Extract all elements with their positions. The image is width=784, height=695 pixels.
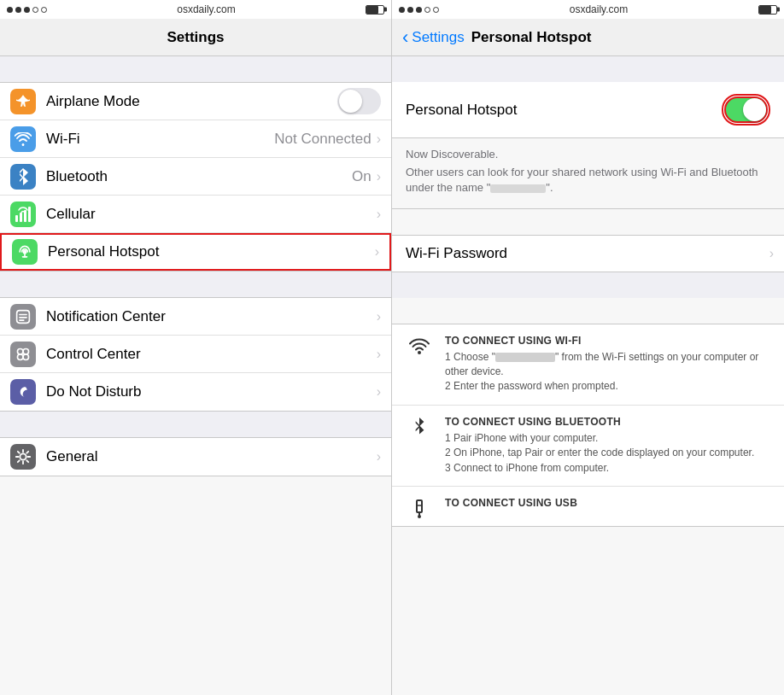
notification-label: Notification Center (46, 308, 377, 325)
r-dot2 (407, 7, 413, 13)
general-icon-bg (10, 444, 36, 470)
settings-group-general: General › (0, 437, 391, 476)
bluetooth-icon (17, 168, 29, 185)
dnd-chevron: › (377, 384, 381, 400)
dot4 (32, 7, 38, 13)
instr-wifi-icon (406, 335, 433, 355)
control-label: Control Center (46, 346, 377, 363)
row-do-not-disturb[interactable]: Do Not Disturb › (0, 373, 391, 411)
instr-wifi-title: TO CONNECT USING WI-FI (445, 335, 770, 347)
right-url: osxdaily.com (570, 3, 628, 15)
instr-usb-icon (406, 497, 433, 519)
hotspot-header-label: Personal Hotspot (406, 102, 517, 119)
left-battery (366, 5, 384, 15)
svg-point-9 (17, 348, 23, 354)
left-url: osxdaily.com (177, 3, 235, 15)
hotspot-icon (16, 243, 33, 260)
notification-icon (15, 309, 31, 324)
instructions-section: TO CONNECT USING WI-FI 1 Choose "" from … (392, 324, 784, 527)
cellular-chevron: › (377, 207, 381, 222)
instr-bt-icon (406, 416, 433, 440)
row-personal-hotspot[interactable]: Personal Hotspot › (0, 233, 391, 271)
instr-bt-body: 1 Pair iPhone with your computer. 2 On i… (445, 431, 770, 476)
personal-hotspot-label: Personal Hotspot (48, 243, 375, 260)
wifi-password-row[interactable]: Wi-Fi Password › (392, 235, 784, 272)
instr-usb-svg (409, 499, 430, 519)
svg-rect-3 (28, 207, 31, 222)
control-icon-bg (10, 342, 36, 367)
airplane-toggle[interactable] (337, 88, 381, 114)
right-panel: osxdaily.com ‹ Settings Personal Hotspot… (392, 0, 784, 695)
cellular-label: Cellular (46, 206, 377, 223)
settings-list: Airplane Mode Wi-Fi Not Connected (0, 56, 391, 695)
r-dot3 (416, 7, 422, 13)
row-airplane-mode[interactable]: Airplane Mode (0, 83, 391, 120)
hotspot-toggle-wrapper (722, 94, 770, 126)
row-notification-center[interactable]: Notification Center › (0, 298, 391, 336)
bluetooth-icon-bg (10, 164, 36, 190)
right-gap-1 (392, 56, 784, 82)
svg-rect-15 (417, 500, 422, 512)
notification-icon-bg (10, 304, 36, 330)
row-wifi[interactable]: Wi-Fi Not Connected › (0, 120, 391, 158)
control-icon (15, 347, 31, 362)
svg-point-12 (23, 354, 29, 360)
hotspot-icon-bg (12, 239, 38, 265)
cellular-icon-bg (10, 201, 36, 227)
right-battery (758, 5, 777, 15)
settings-group-system: Notification Center › Control Center › (0, 297, 391, 412)
svg-rect-6 (19, 313, 27, 315)
left-status-bar: osxdaily.com (0, 0, 391, 19)
svg-rect-7 (19, 317, 27, 318)
row-cellular[interactable]: Cellular › (0, 196, 391, 233)
hotspot-toggle-thumb (743, 98, 766, 121)
svg-point-13 (20, 453, 26, 459)
row-general[interactable]: General › (0, 438, 391, 476)
back-button[interactable]: ‹ Settings (402, 28, 465, 47)
hotspot-toggle[interactable] (724, 96, 768, 123)
bluetooth-label: Bluetooth (46, 168, 352, 185)
instr-bt-text: TO CONNECT USING BLUETOOTH 1 Pair iPhone… (445, 416, 770, 476)
dnd-icon-bg (10, 379, 36, 405)
right-battery-fill (759, 6, 771, 14)
cellular-icon (15, 207, 31, 222)
instr-usb-title: TO CONNECT USING USB (445, 497, 770, 509)
section-gap-1 (0, 56, 391, 82)
row-control-center[interactable]: Control Center › (0, 336, 391, 373)
svg-rect-1 (20, 213, 22, 222)
svg-point-10 (23, 348, 29, 354)
bluetooth-value: On (352, 168, 372, 185)
wifi-password-chevron: › (769, 246, 774, 261)
discoverable-line2: Other users can look for your shared net… (406, 165, 770, 196)
section-gap-2 (0, 272, 391, 297)
hotspot-header: Personal Hotspot (392, 82, 784, 138)
notification-chevron: › (377, 309, 381, 324)
dot1 (7, 7, 13, 13)
airplane-icon (15, 93, 32, 110)
airplane-icon-bg (10, 89, 36, 114)
back-chevron-icon: ‹ (402, 28, 408, 47)
right-content: Personal Hotspot Now Discoverable. Other… (392, 56, 784, 695)
left-panel: osxdaily.com Settings Airplane Mode (0, 0, 392, 695)
wifi-icon-bg (10, 126, 36, 152)
settings-group-network: Airplane Mode Wi-Fi Not Connected (0, 82, 391, 272)
right-nav-bar: ‹ Settings Personal Hotspot (392, 19, 784, 56)
svg-point-11 (17, 354, 23, 360)
instruction-wifi: TO CONNECT USING WI-FI 1 Choose "" from … (392, 324, 784, 406)
hotspot-chevron: › (375, 244, 379, 260)
back-label: Settings (412, 29, 464, 46)
svg-rect-0 (15, 215, 18, 222)
battery-fill (366, 6, 378, 14)
row-bluetooth[interactable]: Bluetooth On › (0, 158, 391, 196)
wifi-chevron: › (377, 131, 381, 147)
moon-icon (15, 384, 31, 400)
right-nav-title: Personal Hotspot (471, 29, 592, 46)
r-dot4 (424, 7, 430, 13)
wifi-icon (15, 132, 32, 146)
instr-wifi-body: 1 Choose "" from the Wi-Fi settings on y… (445, 350, 770, 394)
control-chevron: › (377, 347, 381, 362)
dot5 (41, 7, 47, 13)
wifi-value: Not Connected (274, 131, 371, 148)
right-gap-2 (392, 272, 784, 298)
left-nav-title: Settings (167, 29, 224, 46)
